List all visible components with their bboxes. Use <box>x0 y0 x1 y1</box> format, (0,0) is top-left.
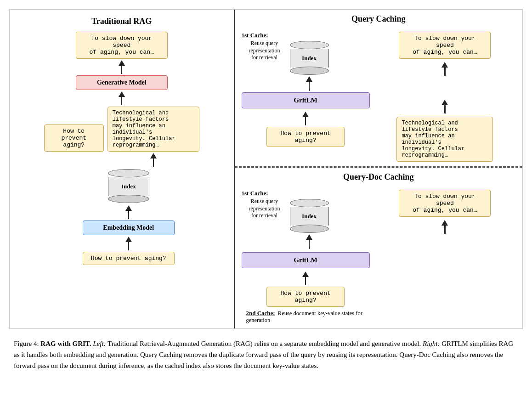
left-panel: Traditional RAG To slow down your speedo… <box>10 10 235 328</box>
right-bottom-title: Query-Doc Caching <box>343 172 413 182</box>
rt-arrow-from-doc <box>441 100 448 113</box>
right-top-content: 1st Cache: Reuse queryrepresentationfor … <box>242 32 516 162</box>
left-flow: To slow down your speedof aging, you can… <box>19 32 225 265</box>
cache2-label-text: 2nd Cache: <box>246 310 275 317</box>
cache2-label-rb: 1st Cache: <box>242 190 288 197</box>
left-query2-box: How to prevent aging? <box>44 124 104 152</box>
caption-text1: Traditional Retrieval-Augmented Generati… <box>108 340 423 347</box>
right-top-left-col: 1st Cache: Reuse queryrepresentationfor … <box>242 32 370 147</box>
caption-italic-left: Left: <box>93 340 106 347</box>
arrow-line <box>121 66 123 74</box>
cache1-desc: Reuse queryrepresentationfor retrieval <box>242 40 288 62</box>
embedding-model-box: Embedding Model <box>83 220 175 235</box>
rb-arrow-to-output <box>441 220 448 234</box>
rt-cyl-body: Index <box>290 49 329 68</box>
cache2-desc-rb: Reuse queryrepresentationfor retrieval <box>242 198 288 220</box>
rt-al2 <box>305 117 306 125</box>
rt-al3 <box>444 68 446 76</box>
arrow-to-genmodel <box>119 91 125 105</box>
rb-cyl-top <box>290 199 329 207</box>
rb-ah1 <box>306 234 312 240</box>
diagram-area: Traditional RAG To slow down your speedo… <box>9 9 523 329</box>
cache1-label: 1st Cache: <box>242 32 288 39</box>
arrow-head3 <box>150 153 157 158</box>
arrow-from-index <box>150 153 157 167</box>
rt-arrow-to-output <box>441 62 448 76</box>
cylinder-top <box>108 169 149 177</box>
caption-italic-right: Right: <box>423 340 440 347</box>
right-top-right-col: To slow down your speedof aging, you can… <box>374 32 515 162</box>
rt-arrow-from-gritlm-left <box>306 76 312 91</box>
figure-num: Figure 4: <box>14 340 39 347</box>
rb-al1 <box>309 240 310 249</box>
right-panel: Query Caching 1st Cache: Reuse queryrepr… <box>235 10 523 328</box>
arrow-line4 <box>128 211 130 219</box>
rt-query-box: How to prevent aging? <box>266 127 345 147</box>
right-top-title: Query Caching <box>351 14 406 24</box>
rb-ah2 <box>302 271 309 277</box>
arrow-line2 <box>121 97 123 105</box>
arrow-head2 <box>119 91 125 97</box>
rt-cyl-top <box>290 41 329 49</box>
arrow-line5 <box>128 242 130 250</box>
rt-al1 <box>309 82 310 91</box>
right-top-index-cylinder: Index <box>290 41 329 75</box>
arrow-head <box>119 60 125 66</box>
rb-arrow-from-gritlm-left <box>306 234 312 249</box>
arrow-from-embedding <box>125 205 132 219</box>
rt-al4 <box>444 105 446 113</box>
caption-smallcaps: RITLM <box>447 340 468 347</box>
rb-ah3 <box>441 220 448 226</box>
rt-doc-box: Technological and lifestyle factorsmay i… <box>396 117 493 162</box>
rt-ah1 <box>306 76 312 82</box>
rt-cyl-bottom <box>290 67 329 75</box>
rt-ah4 <box>441 100 448 105</box>
rb-cyl-body: Index <box>290 207 329 226</box>
arrow-to-output <box>119 60 125 74</box>
rb-al2 <box>305 277 306 285</box>
rt-ah3 <box>441 62 448 68</box>
right-bottom-left-col: 1st Cache: Reuse queryrepresentationfor … <box>242 190 370 324</box>
left-query-box: How to prevent aging? <box>83 252 175 265</box>
arrow-line3 <box>153 158 154 167</box>
rb-cyl-bottom <box>290 225 329 233</box>
left-title: Traditional RAG <box>91 17 152 26</box>
rb-output-box: To slow down your speedof aging, you can… <box>399 190 491 217</box>
main-container: Traditional RAG To slow down your speedo… <box>9 9 523 376</box>
rt-ah2 <box>302 112 309 117</box>
left-index-cylinder: Index <box>108 169 149 203</box>
rt-arrow-from-query <box>302 112 309 125</box>
rt-gritlm-box: GritLM <box>242 92 370 108</box>
rb-gritlm-box: GritLM <box>242 252 370 268</box>
arrow-from-query <box>125 237 132 250</box>
cache2-note: 2nd Cache: Reuse document key-value stat… <box>246 310 370 324</box>
rb-index-cylinder: Index <box>290 199 329 233</box>
caption-area: Figure 4: RAG with GRIT. Left: Tradition… <box>9 329 523 376</box>
left-output-box: To slow down your speedof aging, you can… <box>76 32 168 59</box>
right-top-panel: Query Caching 1st Cache: Reuse queryrepr… <box>235 10 523 168</box>
rb-query-box: How to prevent aging? <box>266 287 345 307</box>
caption-bold: RAG with GRIT. <box>40 340 91 347</box>
rb-al3 <box>444 226 446 234</box>
left-doc-box: Technological and lifestyle factorsmay i… <box>108 107 199 152</box>
arrow-head5 <box>125 237 132 242</box>
generative-model-box: Generative Model <box>76 75 168 90</box>
arrow-head4 <box>125 205 132 211</box>
rt-output-box: To slow down your speedof aging, you can… <box>399 32 491 59</box>
right-bottom-right-col: To slow down your speedof aging, you can… <box>374 190 515 256</box>
caption-text2: GRITLM <box>441 340 468 347</box>
cylinder-bottom <box>108 195 149 203</box>
cylinder-body: Index <box>108 177 149 196</box>
rb-arrow-from-query <box>302 271 309 285</box>
right-bottom-content: 1st Cache: Reuse queryrepresentationfor … <box>242 190 516 324</box>
right-bottom-panel: Query-Doc Caching 1st Cache: Reuse query… <box>235 168 523 328</box>
